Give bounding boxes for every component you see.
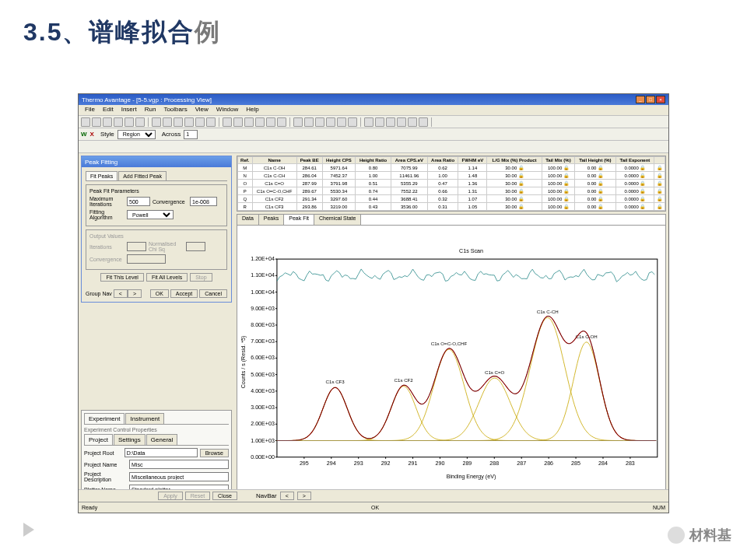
peak-data-table[interactable]: Ref.NamePeak BEHeight CPSHeight RatioAre… xyxy=(237,156,666,212)
titlebar[interactable]: Thermo Avantage - [5-5.vgp : Processing … xyxy=(79,94,668,105)
svg-text:5.00E+03: 5.00E+03 xyxy=(251,372,275,378)
toolbar-icon[interactable] xyxy=(419,117,428,127)
svg-text:293: 293 xyxy=(354,460,363,467)
maximize-button[interactable]: □ xyxy=(646,96,655,103)
peak-fitting-dialog: Peak Fitting Fit Peaks Add Fitted Peak P… xyxy=(81,156,232,303)
svg-text:289: 289 xyxy=(462,460,472,467)
toolbar-icon[interactable] xyxy=(114,117,123,127)
tab-project[interactable]: Project xyxy=(84,434,113,445)
svg-text:C1s CF3: C1s CF3 xyxy=(326,379,345,384)
svg-text:1.20E+04: 1.20E+04 xyxy=(251,256,275,262)
chisq-output xyxy=(186,242,205,251)
iterations-output xyxy=(127,242,146,251)
cancel-button[interactable]: Cancel xyxy=(199,289,227,298)
tab-instrument[interactable]: Instrument xyxy=(125,413,164,424)
chart-area[interactable]: Data Peaks Peak Fit Chemical State 0.00E… xyxy=(237,214,666,499)
project-root-input[interactable] xyxy=(124,448,198,457)
toolbar-icon[interactable] xyxy=(152,117,161,127)
svg-text:Counts / s (Resid. *5): Counts / s (Resid. *5) xyxy=(240,336,247,389)
browse-button[interactable]: Browse xyxy=(200,449,229,457)
max-iterations-input[interactable] xyxy=(127,197,150,206)
toolbar-icon[interactable] xyxy=(174,117,183,127)
convergence-input[interactable] xyxy=(190,197,217,206)
toolbar-icon[interactable] xyxy=(81,117,90,127)
menu-help[interactable]: Help xyxy=(242,105,262,115)
close-button[interactable]: × xyxy=(656,96,665,103)
chart-tab-peakfit[interactable]: Peak Fit xyxy=(284,215,314,225)
svg-text:291: 291 xyxy=(409,460,418,467)
nav-prev-button[interactable]: < xyxy=(114,289,128,298)
toolbar-icon[interactable] xyxy=(124,117,134,127)
toolbar-icon[interactable] xyxy=(103,117,112,127)
svg-text:7.00E+03: 7.00E+03 xyxy=(251,338,275,345)
toolbar-icon[interactable] xyxy=(184,117,194,127)
toolbar-icon[interactable] xyxy=(293,117,303,127)
svg-text:295: 295 xyxy=(300,460,309,467)
toolbar-icon[interactable] xyxy=(266,117,275,127)
toolbar-icon[interactable] xyxy=(163,117,172,127)
toolbar-icon[interactable] xyxy=(92,117,101,127)
toolbar-icon[interactable] xyxy=(304,117,314,127)
ok-button[interactable]: OK xyxy=(150,289,169,298)
chart-tab-chemstate[interactable]: Chemical State xyxy=(314,215,361,225)
dialog-title[interactable]: Peak Fitting xyxy=(82,156,231,167)
fit-this-level-button[interactable]: Fit This Level xyxy=(100,273,144,282)
tab-fit-peaks[interactable]: Fit Peaks xyxy=(86,171,117,180)
toolbar-icon[interactable] xyxy=(408,117,417,127)
menu-toolbars[interactable]: Toolbars xyxy=(160,105,191,115)
toolbar-icon[interactable] xyxy=(337,117,346,127)
tab-settings[interactable]: Settings xyxy=(114,434,146,445)
toolbar-icon[interactable] xyxy=(223,117,232,127)
fit-all-levels-button[interactable]: Fit All Levels xyxy=(146,273,188,282)
toolbar-icon[interactable] xyxy=(386,117,395,127)
project-desc-input[interactable] xyxy=(129,472,229,481)
toolbar-icon[interactable] xyxy=(375,117,384,127)
across-input[interactable] xyxy=(184,130,198,139)
minimize-button[interactable]: _ xyxy=(636,96,645,103)
toolbar-x-icon[interactable]: X xyxy=(90,131,94,138)
nav-next-button[interactable]: > xyxy=(128,289,142,298)
menu-insert[interactable]: Insert xyxy=(117,105,141,115)
toolbar-icon[interactable] xyxy=(326,117,335,127)
chart-tab-peaks[interactable]: Peaks xyxy=(259,215,284,225)
watermark: 材料基 xyxy=(668,526,731,544)
toolbar-main xyxy=(79,116,668,128)
menu-edit[interactable]: Edit xyxy=(99,105,117,115)
menubar: File Edit Insert Run Toolbars View Windo… xyxy=(79,105,668,116)
svg-text:6.00E+03: 6.00E+03 xyxy=(251,355,275,361)
toolbar-icon[interactable] xyxy=(348,117,357,127)
toolbar-icon[interactable] xyxy=(233,117,243,127)
tab-experiment[interactable]: Experiment xyxy=(84,413,124,424)
project-name-input[interactable] xyxy=(129,460,229,469)
svg-text:8.00E+03: 8.00E+03 xyxy=(251,322,275,328)
toolbar-icon[interactable] xyxy=(277,117,286,127)
style-select[interactable]: Region xyxy=(117,130,156,139)
navbar-prev[interactable]: < xyxy=(280,492,294,500)
svg-text:Binding Energy (eV): Binding Energy (eV) xyxy=(447,474,496,480)
chart-tab-data[interactable]: Data xyxy=(237,215,259,225)
svg-text:283: 283 xyxy=(626,460,635,467)
menu-view[interactable]: View xyxy=(191,105,212,115)
toolbar-icon[interactable] xyxy=(397,117,406,127)
toolbar-icon[interactable] xyxy=(255,117,265,127)
toolbar-icon[interactable] xyxy=(244,117,254,127)
menu-file[interactable]: File xyxy=(81,105,99,115)
toolbar-icon[interactable] xyxy=(364,117,374,127)
tab-general[interactable]: General xyxy=(146,434,177,445)
toolbar-processing xyxy=(79,141,668,153)
toolbar-style: W X Style Region Across xyxy=(79,128,668,141)
menu-run[interactable]: Run xyxy=(141,105,160,115)
tab-add-fitted-peak[interactable]: Add Fitted Peak xyxy=(118,171,167,180)
toolbar-icon[interactable] xyxy=(206,117,216,127)
close-button2[interactable]: Close xyxy=(212,492,237,500)
algorithm-select[interactable]: Powell xyxy=(127,210,174,219)
menu-window[interactable]: Window xyxy=(212,105,242,115)
navbar-next[interactable]: > xyxy=(297,492,311,500)
accept-button[interactable]: Accept xyxy=(170,289,198,298)
svg-text:C1s O=C-O,CHF: C1s O=C-O,CHF xyxy=(431,341,468,346)
toolbar-icon[interactable] xyxy=(135,117,145,127)
toolbar-icon[interactable] xyxy=(195,117,205,127)
toolbar-icon[interactable] xyxy=(315,117,324,127)
toolbar-w-icon[interactable]: W xyxy=(81,131,87,138)
svg-text:286: 286 xyxy=(544,460,553,467)
